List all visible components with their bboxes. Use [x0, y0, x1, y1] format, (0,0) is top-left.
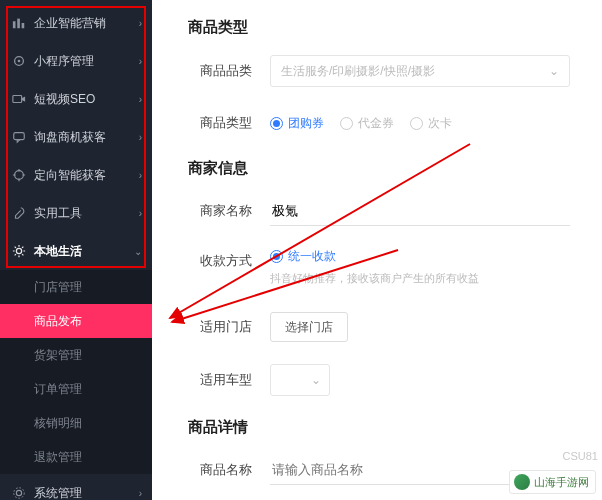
chevron-right-icon: › [139, 18, 142, 29]
subnav-store-mgmt[interactable]: 门店管理 [0, 270, 152, 304]
row-applicable-car: 适用车型 ⌄ [188, 364, 588, 396]
svg-rect-1 [17, 19, 20, 29]
nav-tools[interactable]: 实用工具 › [0, 194, 152, 232]
input-merchant-name[interactable] [270, 196, 570, 226]
chevron-right-icon: › [139, 170, 142, 181]
nav-label: 短视频SEO [34, 91, 139, 108]
cs-tag: CSU81 [563, 450, 598, 462]
nav-targeted-leads[interactable]: 定向智能获客 › [0, 156, 152, 194]
video-icon [12, 92, 26, 106]
chevron-right-icon: › [139, 488, 142, 499]
radio-dot-icon [270, 250, 283, 263]
main-content: 商品类型 商品品类 生活服务/印刷摄影/快照/摄影 ⌄ 商品类型 团购券 代金券 [152, 0, 602, 500]
nav-label: 本地生活 [34, 243, 134, 260]
watermark-text: 山海手游网 [534, 475, 589, 490]
nav-label: 实用工具 [34, 205, 139, 222]
radio-groupon[interactable]: 团购券 [270, 115, 324, 132]
row-applicable-stores: 适用门店 选择门店 [188, 312, 588, 342]
label-product-name: 商品名称 [188, 461, 252, 479]
svg-rect-0 [13, 21, 16, 28]
label-collect-method: 收款方式 [188, 248, 252, 270]
select-category[interactable]: 生活服务/印刷摄影/快照/摄影 ⌄ [270, 55, 570, 87]
subnav-label: 退款管理 [34, 449, 82, 466]
nav-label: 系统管理 [34, 485, 139, 501]
subnav-label: 商品发布 [34, 313, 82, 330]
nav-miniprogram-mgmt[interactable]: 小程序管理 › [0, 42, 152, 80]
section-product-detail-title: 商品详情 [188, 418, 588, 437]
chevron-down-icon: ⌄ [311, 373, 321, 387]
svg-rect-2 [22, 23, 25, 28]
row-collect-method: 收款方式 统一收款 抖音好物推荐，接收该商户产生的所有收益 [188, 248, 588, 286]
label-applicable-stores: 适用门店 [188, 318, 252, 336]
collect-help-text: 抖音好物推荐，接收该商户产生的所有收益 [270, 271, 479, 286]
nav-local-life-submenu: 门店管理 商品发布 货架管理 订单管理 核销明细 退款管理 [0, 270, 152, 474]
gear-icon [12, 244, 26, 258]
radio-dot-icon [410, 117, 423, 130]
nav-label: 定向智能获客 [34, 167, 139, 184]
svg-point-4 [18, 60, 21, 63]
svg-point-8 [16, 248, 21, 253]
subnav-refund-mgmt[interactable]: 退款管理 [0, 440, 152, 474]
subnav-label: 核销明细 [34, 415, 82, 432]
svg-rect-5 [13, 96, 22, 103]
label-merchant-name: 商家名称 [188, 202, 252, 220]
row-merchant-name: 商家名称 [188, 196, 588, 226]
radio-dot-icon [270, 117, 283, 130]
chevron-down-icon: ⌄ [549, 64, 559, 78]
row-product-type: 商品类型 团购券 代金券 次卡 [188, 109, 588, 137]
subnav-order-mgmt[interactable]: 订单管理 [0, 372, 152, 406]
subnav-label: 货架管理 [34, 347, 82, 364]
subnav-product-publish[interactable]: 商品发布 [0, 304, 152, 338]
section-product-type-title: 商品类型 [188, 18, 588, 37]
watermark-badge: 山海手游网 [509, 470, 596, 494]
watermark-logo-icon [514, 474, 530, 490]
label-category: 商品品类 [188, 62, 252, 80]
nav-label: 询盘商机获客 [34, 129, 139, 146]
nav-label: 小程序管理 [34, 53, 139, 70]
chevron-right-icon: › [139, 132, 142, 143]
chevron-right-icon: › [139, 56, 142, 67]
subnav-writeoff-detail[interactable]: 核销明细 [0, 406, 152, 440]
subnav-shelf-mgmt[interactable]: 货架管理 [0, 338, 152, 372]
chevron-right-icon: › [139, 208, 142, 219]
sidebar: 企业智能营销 › 小程序管理 › 短视频SEO › 询盘商机获客 › 定向智能获… [0, 0, 152, 500]
label-product-type: 商品类型 [188, 114, 252, 132]
aim-icon [12, 168, 26, 182]
radio-label: 统一收款 [288, 248, 336, 265]
nav-inquiry-leads[interactable]: 询盘商机获客 › [0, 118, 152, 156]
svg-rect-6 [14, 133, 25, 140]
select-car-type[interactable]: ⌄ [270, 364, 330, 396]
nav-shortvideo-seo[interactable]: 短视频SEO › [0, 80, 152, 118]
nav-local-life[interactable]: 本地生活 ⌄ [0, 232, 152, 270]
nav-enterprise-marketing[interactable]: 企业智能营销 › [0, 4, 152, 42]
svg-point-10 [14, 488, 25, 499]
radio-label: 次卡 [428, 115, 452, 132]
subnav-label: 订单管理 [34, 381, 82, 398]
chevron-down-icon: ⌄ [134, 246, 142, 257]
radio-label: 团购券 [288, 115, 324, 132]
chat-icon [12, 130, 26, 144]
row-category: 商品品类 生活服务/印刷摄影/快照/摄影 ⌄ [188, 55, 588, 87]
section-merchant-info-title: 商家信息 [188, 159, 588, 178]
target-icon [12, 54, 26, 68]
label-applicable-car: 适用车型 [188, 371, 252, 389]
svg-point-9 [16, 490, 21, 495]
nav-label: 企业智能营销 [34, 15, 139, 32]
radio-label: 代金券 [358, 115, 394, 132]
radio-voucher[interactable]: 代金券 [340, 115, 394, 132]
chevron-right-icon: › [139, 94, 142, 105]
subnav-label: 门店管理 [34, 279, 82, 296]
bars-icon [12, 16, 26, 30]
select-category-value: 生活服务/印刷摄影/快照/摄影 [281, 63, 435, 80]
wrench-icon [12, 206, 26, 220]
radio-unified-collect[interactable]: 统一收款 [270, 248, 336, 265]
radio-multicard[interactable]: 次卡 [410, 115, 452, 132]
svg-point-7 [15, 171, 24, 180]
button-select-stores[interactable]: 选择门店 [270, 312, 348, 342]
cog-icon [12, 486, 26, 500]
nav-system-mgmt[interactable]: 系统管理 › [0, 474, 152, 500]
radio-dot-icon [340, 117, 353, 130]
